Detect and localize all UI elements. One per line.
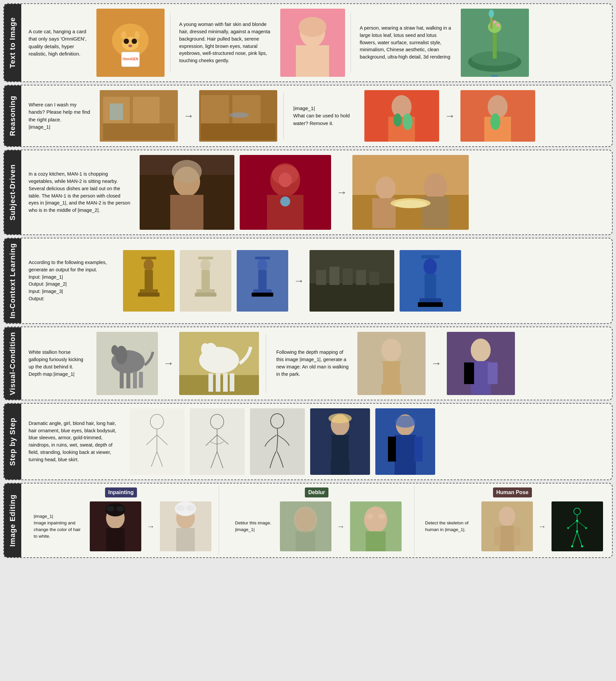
svg-point-120 bbox=[381, 338, 401, 362]
svg-point-14 bbox=[299, 17, 327, 37]
svg-rect-71 bbox=[138, 293, 159, 297]
arrow-pose: → bbox=[536, 522, 548, 531]
svg-rect-153 bbox=[394, 435, 416, 475]
main-container: Text to Image A cute cat, hanging a card… bbox=[3, 3, 613, 558]
t2i-image-2 bbox=[278, 7, 347, 79]
subject-driven-content: In a cozy kitchen, MAN-1 is chopping veg… bbox=[21, 150, 612, 234]
svg-point-192 bbox=[571, 545, 573, 547]
svg-point-150 bbox=[329, 413, 352, 423]
svg-rect-70 bbox=[139, 289, 158, 293]
svg-rect-86 bbox=[316, 270, 326, 285]
incontext-chess-5 bbox=[397, 248, 463, 313]
section-label-subject-driven: Subject-Driven bbox=[4, 150, 21, 234]
section-label-image-editing: Image Editing bbox=[4, 483, 21, 557]
subject-image-1 bbox=[138, 153, 236, 232]
blurry-image bbox=[280, 501, 331, 551]
svg-point-24 bbox=[493, 20, 496, 24]
arrow-visual-2: → bbox=[429, 357, 443, 370]
svg-rect-69 bbox=[145, 270, 153, 290]
svg-rect-88 bbox=[343, 268, 353, 285]
svg-rect-16 bbox=[296, 45, 329, 77]
svg-point-174 bbox=[364, 506, 387, 533]
step-sketch-2 bbox=[188, 406, 247, 477]
svg-point-98 bbox=[424, 258, 437, 275]
svg-rect-114 bbox=[208, 373, 213, 392]
t2i-text-3: A person, wearing a straw hat, walking i… bbox=[354, 20, 457, 66]
editing-inpainting-group: Inpainting |image_1| Image inpainting an… bbox=[23, 485, 219, 555]
svg-rect-117 bbox=[230, 373, 234, 392]
svg-rect-79 bbox=[255, 257, 270, 259]
svg-point-68 bbox=[144, 259, 154, 271]
arrow-inpaint: → bbox=[145, 522, 157, 531]
svg-rect-50 bbox=[170, 195, 203, 230]
svg-point-80 bbox=[257, 259, 267, 271]
visual-text-2: Following the depth mapping of this imag… bbox=[271, 344, 354, 382]
text-to-image-content: A cute cat, hanging a card that only say… bbox=[21, 4, 612, 81]
chess-white-image bbox=[180, 250, 231, 311]
svg-point-8 bbox=[132, 39, 137, 44]
svg-rect-121 bbox=[381, 361, 401, 394]
image-editing-section: Image Editing Inpainting |image_1| Image… bbox=[3, 483, 613, 558]
svg-point-156 bbox=[394, 415, 416, 428]
incontext-chess-1 bbox=[121, 248, 177, 313]
svg-point-4 bbox=[121, 31, 126, 39]
step-sketch-2-image bbox=[190, 408, 245, 475]
t2i-text-1: A cute cat, hanging a card that only say… bbox=[23, 23, 93, 62]
step-text: Dramatic angle, girl, blond hair, long h… bbox=[23, 415, 126, 468]
deblur-image-2 bbox=[348, 500, 404, 553]
step-blue-warrior-image bbox=[373, 406, 437, 477]
svg-rect-147 bbox=[331, 435, 350, 475]
human-pose-image-2 bbox=[549, 500, 605, 553]
svg-rect-77 bbox=[195, 293, 216, 297]
svg-rect-97 bbox=[421, 255, 439, 258]
svg-rect-148 bbox=[324, 436, 331, 460]
svg-point-179 bbox=[499, 506, 515, 526]
svg-rect-31 bbox=[103, 123, 175, 140]
svg-rect-32 bbox=[110, 103, 123, 120]
svg-point-65 bbox=[394, 200, 427, 208]
chess-blue-image bbox=[237, 250, 288, 311]
reasoning-section: Reasoning Where can I wash my hands? Ple… bbox=[3, 85, 613, 147]
divider-reasoning bbox=[283, 93, 284, 139]
svg-point-167 bbox=[176, 505, 185, 511]
svg-point-46 bbox=[490, 114, 500, 130]
in-context-learning-section: In-Context Learning According to the fol… bbox=[3, 238, 613, 324]
visual-text-1: White stallion horse galloping furiously… bbox=[23, 344, 93, 382]
visual-woman-purple bbox=[445, 330, 517, 397]
woman-tan-image bbox=[357, 332, 426, 395]
svg-point-74 bbox=[201, 259, 210, 271]
human-pose-label: Human Pose bbox=[493, 487, 532, 498]
svg-rect-180 bbox=[499, 526, 514, 551]
visual-condition-content: White stallion horse galloping furiously… bbox=[21, 327, 612, 400]
svg-rect-67 bbox=[141, 257, 156, 259]
visual-woman-tan bbox=[355, 330, 428, 397]
svg-point-26 bbox=[489, 10, 494, 18]
horse-white-image bbox=[179, 332, 259, 395]
pose-before-image bbox=[481, 501, 533, 551]
divider-1 bbox=[170, 13, 171, 73]
visual-horse-white bbox=[177, 330, 261, 397]
svg-rect-127 bbox=[464, 362, 474, 384]
woman-purple-image bbox=[447, 332, 515, 395]
svg-rect-87 bbox=[329, 267, 339, 285]
svg-point-162 bbox=[117, 506, 124, 511]
deblur-text: Deblur this image. |image_1| bbox=[230, 515, 277, 538]
svg-rect-101 bbox=[418, 302, 443, 307]
divider-2 bbox=[351, 13, 351, 73]
svg-text:OmniGEN: OmniGEN bbox=[122, 57, 138, 61]
section-label-visual-condition: Visual-Condition bbox=[4, 327, 21, 400]
svg-rect-149 bbox=[349, 436, 356, 460]
t2i-image-3 bbox=[459, 7, 531, 79]
arrow-1: → bbox=[181, 110, 196, 122]
incontext-chess-2 bbox=[178, 248, 233, 313]
svg-rect-75 bbox=[202, 270, 210, 290]
svg-rect-154 bbox=[388, 436, 396, 461]
svg-rect-36 bbox=[201, 123, 276, 140]
subject-cooking-image bbox=[352, 155, 469, 230]
in-context-content: According to the following examples, gen… bbox=[21, 238, 612, 323]
t2i-image-1: OmniGEN bbox=[95, 7, 166, 79]
svg-point-60 bbox=[376, 177, 395, 200]
visual-horse-silhouette bbox=[95, 330, 160, 397]
svg-rect-100 bbox=[419, 298, 441, 302]
t2i-cat-image: OmniGEN bbox=[96, 9, 164, 77]
